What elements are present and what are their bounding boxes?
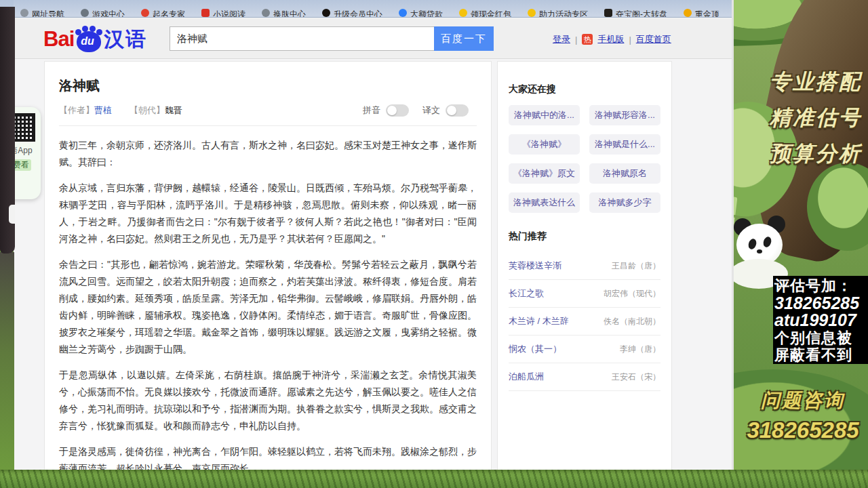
related-search-chip[interactable]: 《洛神赋》原文: [509, 163, 580, 184]
browser-window: 网址导航 游戏中心 起名专家 小说阅读 换肤中心 升级会员中心 大额贷款 领现金…: [14, 0, 734, 472]
notice-line: 评估号加：: [774, 277, 868, 295]
poem-paragraph: 余告之曰："其形也，翩若惊鸿，婉若游龙。荣曜秋菊，华茂春松。髣髴兮若轻云之蔽月，…: [59, 256, 477, 358]
contact-title: 问题咨询: [743, 388, 863, 413]
bookmark-label: 换肤中心: [273, 9, 306, 18]
mobile-version-link[interactable]: 手机版: [597, 33, 624, 45]
hot-item-title: 悯农（其一）: [509, 343, 561, 355]
poem-paragraph: 于是忽焉纵体，以遨以嬉。左倚采旄，右荫桂旗。攘皓腕于神浒兮，采湍濑之玄芝。余情悦…: [59, 367, 477, 434]
bookmark-item[interactable]: 游戏中心: [81, 9, 125, 17]
favicon-icon: [20, 9, 28, 17]
overlay-contact: 问题咨询 318265285: [743, 388, 863, 443]
search-input[interactable]: [170, 26, 434, 51]
poem-meta: 【作者】 曹植 【朝代】 魏晋 拼音 译文: [59, 104, 477, 117]
notice-line: 个别信息被: [774, 329, 868, 347]
overlay-slogan: 专业搭配 精准估号 预算分析: [765, 68, 867, 176]
notice-id: atu199107: [774, 312, 868, 329]
window-notch: [9, 205, 15, 224]
favicon-icon: [141, 9, 149, 17]
poem-paragraph: 黄初三年，余朝京师，还济洛川。古人有言，斯水之神，名曰宓妃。感宋玉对楚王神女之事…: [59, 137, 477, 171]
related-search-chip[interactable]: 洛神赋原名: [589, 163, 660, 184]
slogan-line: 专业搭配: [765, 68, 867, 96]
related-search-chip[interactable]: 洛神赋是什么...: [589, 134, 660, 155]
bookmark-item[interactable]: 领现金红包: [459, 9, 511, 17]
hot-item-title: 长江之歌: [509, 287, 544, 300]
pinyin-toggle-label: 拼音: [363, 104, 380, 117]
dynasty-label: 【朝代】: [130, 104, 165, 117]
favicon-icon: [201, 9, 210, 17]
bookmark-item[interactable]: 夺宝阁-大转盘: [604, 9, 667, 17]
translation-toggle-label: 译文: [422, 104, 440, 117]
related-search-chip[interactable]: 《洛神赋》: [509, 134, 580, 155]
left-edge-artwork: [0, 252, 14, 476]
header-links: 登录 | 热 手机版 | 百度首页: [553, 33, 671, 45]
logo-bai-text: Bai: [43, 27, 74, 52]
favicon-icon: [459, 9, 467, 17]
author-link[interactable]: 曹植: [94, 104, 112, 117]
bookmark-label: 大额贷款: [410, 9, 443, 18]
hot-item-title: 木兰诗 / 木兰辞: [509, 315, 569, 327]
hot-recommend-title: 热门推荐: [509, 230, 660, 243]
hot-recommend-item[interactable]: 悯农（其一） 李绅（唐）: [509, 336, 660, 363]
page-content: 洛神赋 【作者】 曹植 【朝代】 魏晋 拼音 译文 黄初三年，余朝京师，还济洛川…: [14, 60, 732, 472]
bookmark-item[interactable]: 大额贷款: [399, 9, 443, 17]
poem-body: 黄初三年，余朝京师，还济洛川。古人有言，斯水之神，名曰宓妃。感宋玉对楚王神女之事…: [59, 137, 477, 488]
related-search-chip[interactable]: 洛神赋中的洛...: [509, 105, 580, 125]
bookmark-item[interactable]: 换肤中心: [262, 9, 306, 17]
baidu-paw-icon: du: [75, 25, 103, 54]
hot-recommend-list: 芙蓉楼送辛渐 王昌龄（唐） 长江之歌 胡宏伟（现代） 木兰诗 / 木兰辞 佚名（…: [509, 252, 660, 391]
favicon-icon: [399, 9, 407, 17]
hot-recommend-item[interactable]: 木兰诗 / 木兰辞 佚名（南北朝）: [509, 308, 660, 336]
poem-card: 洛神赋 【作者】 曹植 【朝代】 魏晋 拼音 译文 黄初三年，余朝京师，还济洛川…: [44, 61, 492, 488]
bookmark-item[interactable]: 起名专家: [141, 9, 185, 17]
slogan-line: 预算分析: [765, 140, 867, 168]
hot-item-title: 泊船瓜洲: [509, 371, 544, 383]
search-button[interactable]: 百度一下: [434, 26, 494, 51]
bookmark-item[interactable]: 小说阅读: [201, 9, 245, 17]
hot-badge-icon: 热: [582, 34, 593, 45]
dynasty-value: 魏晋: [165, 104, 182, 117]
bookmark-item[interactable]: 升级会员中心: [322, 9, 382, 17]
bookmark-label: 升级会员中心: [334, 9, 382, 18]
bookmarks-bar: 网址导航 游戏中心 起名专家 小说阅读 换肤中心 升级会员中心 大额贷款 领现金…: [14, 0, 732, 18]
bookmark-item[interactable]: 助力活动专区: [528, 9, 588, 17]
hot-item-author: 李绅（唐）: [620, 344, 660, 355]
poem-title: 洛神赋: [59, 77, 477, 95]
baidu-home-link[interactable]: 百度首页: [636, 33, 671, 45]
author-label: 【作者】: [59, 104, 94, 117]
related-search-chip[interactable]: 洛神赋形容洛...: [589, 105, 660, 125]
related-search-chip[interactable]: 洛神赋表达什么: [509, 192, 580, 213]
pinyin-toggle[interactable]: [386, 104, 409, 117]
related-search-chip[interactable]: 洛神赋多少字: [589, 192, 660, 213]
slogan-line: 精准估号: [765, 104, 867, 132]
background-window-edge: [0, 7, 15, 253]
link-divider: |: [575, 35, 577, 45]
favicon-icon: [262, 9, 270, 17]
poem-paragraph: 余从京域，言归东藩，背伊阙，越轘辕，经通谷，陵景山。日既西倾，车殆马烦。尔乃税驾…: [59, 180, 477, 247]
login-link[interactable]: 登录: [553, 33, 570, 45]
hot-item-author: 佚名（南北朝）: [604, 316, 660, 327]
logo-hanyu-text: 汉语: [104, 26, 147, 54]
search-bar: 百度一下: [170, 26, 494, 51]
translation-toggle[interactable]: [446, 104, 469, 117]
hot-recommend-item[interactable]: 泊船瓜洲 王安石（宋）: [509, 363, 660, 391]
bookmark-label: 重金顶: [695, 9, 719, 18]
bookmark-item[interactable]: 网址导航: [20, 9, 64, 17]
bookmark-label: 游戏中心: [92, 9, 125, 18]
bookmark-item[interactable]: 重金顶: [684, 9, 719, 17]
hot-recommend-item[interactable]: 长江之歌 胡宏伟（现代）: [509, 280, 660, 308]
bookmark-label: 网址导航: [32, 9, 64, 18]
bookmark-label: 助力活动专区: [539, 9, 588, 18]
favicon-icon: [81, 9, 89, 17]
hot-recommend-item[interactable]: 芙蓉楼送辛渐 王昌龄（唐）: [509, 252, 660, 280]
overlay-notice-box: 评估号加： 318265285 atu199107 个别信息被 屏蔽看不到: [773, 276, 868, 364]
favicon-icon: [322, 9, 330, 17]
sidebar: 大家还在搜 洛神赋中的洛... 洛神赋形容洛... 《洛神赋》 洛神赋是什么..…: [497, 61, 672, 488]
grass-strip: [0, 470, 868, 488]
link-divider: |: [629, 35, 631, 45]
bookmark-label: 小说阅读: [213, 9, 245, 18]
bookmark-label: 夺宝阁-大转盘: [616, 9, 667, 18]
bookmark-label: 领现金红包: [471, 9, 511, 18]
baidu-hanyu-logo[interactable]: Bai du 汉语: [43, 25, 147, 54]
hot-item-title: 芙蓉楼送辛渐: [509, 260, 561, 272]
divider: [59, 125, 477, 126]
